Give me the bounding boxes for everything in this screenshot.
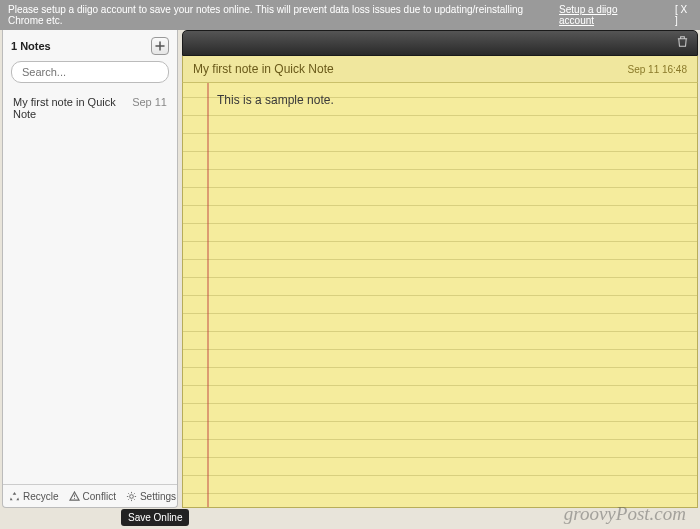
trash-icon <box>676 35 689 48</box>
setup-banner: Please setup a diigo account to save you… <box>0 0 700 30</box>
plus-icon <box>155 41 165 51</box>
svg-point-0 <box>74 498 75 499</box>
list-item[interactable]: My first note in Quick Note Sep 11 <box>3 89 177 127</box>
note-title[interactable]: My first note in Quick Note <box>193 62 334 76</box>
sidebar-header: 1 Notes <box>3 30 177 61</box>
note-item-date: Sep 11 <box>132 96 167 120</box>
banner-setup-link[interactable]: Setup a diigo account <box>559 4 651 26</box>
note-list: My first note in Quick Note Sep 11 <box>3 89 177 484</box>
note-body-text: This is a sample note. <box>217 93 334 107</box>
settings-label: Settings <box>140 491 176 502</box>
app-container: 1 Notes My first note in Quick Note Sep … <box>0 30 700 508</box>
conflict-label: Conflict <box>83 491 116 502</box>
editor: My first note in Quick Note Sep 11 16:48… <box>182 30 698 508</box>
note-header: My first note in Quick Note Sep 11 16:48 <box>182 56 698 83</box>
sidebar: 1 Notes My first note in Quick Note Sep … <box>2 30 178 508</box>
note-item-title: My first note in Quick Note <box>13 96 126 120</box>
banner-close-button[interactable]: [ X ] <box>675 4 692 26</box>
delete-note-button[interactable] <box>676 34 689 52</box>
note-body-area[interactable]: This is a sample note. <box>182 83 698 508</box>
editor-toolbar <box>182 30 698 56</box>
sidebar-footer: Recycle Conflict Settings <box>3 484 177 507</box>
recycle-icon <box>9 491 20 502</box>
settings-button[interactable]: Settings <box>126 491 176 502</box>
banner-text: Please setup a diigo account to save you… <box>8 4 555 26</box>
search-container <box>3 61 177 89</box>
warning-icon <box>69 491 80 502</box>
note-timestamp: Sep 11 16:48 <box>628 64 688 75</box>
conflict-button[interactable]: Conflict <box>69 491 116 502</box>
notes-count: 1 Notes <box>11 40 51 52</box>
search-input[interactable] <box>11 61 169 83</box>
gear-icon <box>126 491 137 502</box>
recycle-button[interactable]: Recycle <box>9 491 59 502</box>
add-note-button[interactable] <box>151 37 169 55</box>
svg-point-1 <box>130 495 134 499</box>
recycle-label: Recycle <box>23 491 59 502</box>
save-online-tooltip: Save Online <box>121 509 189 526</box>
watermark: groovyPost.com <box>564 503 686 525</box>
